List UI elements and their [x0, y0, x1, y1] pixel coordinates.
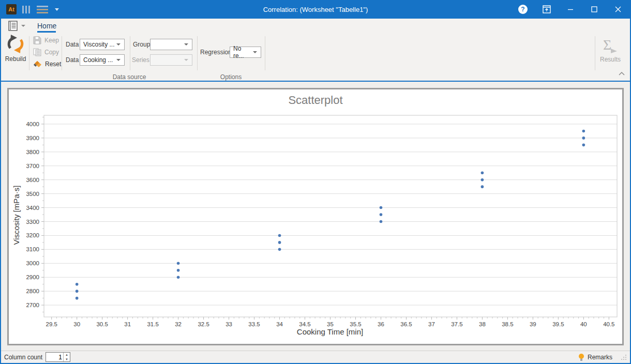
report-menu-icon	[8, 21, 20, 31]
svg-text:3000: 3000	[26, 260, 39, 266]
x-axis-title: Cooking Time [min]	[38, 327, 622, 336]
svg-text:40: 40	[580, 321, 587, 327]
scatter-svg: 2700280029003000310032003300340035003600…	[9, 111, 622, 344]
rebuild-button[interactable]: Rebuild	[2, 34, 29, 63]
svg-text:37: 37	[428, 321, 435, 327]
copy-icon	[33, 48, 41, 56]
ribbon-separator	[265, 36, 265, 70]
minimize-button[interactable]	[559, 0, 582, 19]
column-count-label: Column count	[4, 354, 42, 361]
svg-text:35.5: 35.5	[350, 321, 361, 327]
quick-access-caret-icon[interactable]	[55, 8, 59, 11]
svg-text:3600: 3600	[26, 177, 39, 183]
reset-button[interactable]: Reset	[33, 59, 61, 69]
report-menu-caret-icon	[21, 24, 25, 27]
svg-text:34: 34	[276, 321, 283, 327]
rebuild-label: Rebuild	[5, 55, 26, 63]
svg-text:33: 33	[226, 321, 232, 327]
ribbon-separator	[62, 36, 62, 70]
tab-home-underline	[37, 31, 56, 33]
svg-text:30: 30	[73, 321, 80, 327]
svg-text:30.5: 30.5	[96, 321, 108, 327]
close-button[interactable]	[606, 0, 630, 19]
group-dropdown[interactable]	[150, 39, 192, 50]
stepper-down-icon[interactable]: ▼	[64, 357, 70, 362]
svg-text:38.5: 38.5	[502, 321, 513, 327]
data-x-dropdown[interactable]: Cooking ...	[80, 54, 125, 66]
svg-text:31.5: 31.5	[147, 321, 158, 327]
svg-text:3800: 3800	[26, 149, 39, 155]
ribbon: Home Rebuild Keep	[1, 19, 630, 82]
quick-access-menu-icon[interactable]	[36, 6, 49, 13]
close-icon	[615, 6, 621, 12]
svg-text:3300: 3300	[26, 219, 39, 225]
report-menu-button[interactable]	[8, 21, 25, 31]
svg-text:35: 35	[327, 321, 334, 327]
svg-text:3100: 3100	[26, 246, 39, 252]
svg-text:32: 32	[175, 321, 182, 327]
maximize-button[interactable]	[582, 0, 606, 19]
chevron-down-icon	[184, 59, 188, 61]
svg-text:2800: 2800	[26, 288, 39, 294]
svg-text:32.5: 32.5	[198, 321, 209, 327]
reset-label: Reset	[45, 60, 61, 68]
remarks-label[interactable]: Remarks	[588, 354, 612, 361]
regression-value: No re...	[233, 45, 253, 59]
tab-home[interactable]: Home	[37, 22, 56, 30]
dock-window-button[interactable]	[535, 0, 559, 19]
svg-text:39: 39	[530, 321, 536, 327]
svg-text:2700: 2700	[26, 302, 39, 308]
svg-text:31: 31	[124, 321, 131, 327]
dock-window-icon	[543, 5, 551, 13]
data-y-value: Viscosity ...	[83, 41, 114, 48]
maximize-icon	[591, 6, 597, 12]
help-button[interactable]: ?	[511, 0, 535, 19]
quick-access-columns-icon[interactable]	[21, 6, 31, 13]
chevron-down-icon	[184, 43, 188, 46]
svg-text:37.5: 37.5	[451, 321, 462, 327]
ribbon-separator	[130, 36, 130, 70]
chevron-down-icon	[253, 51, 257, 53]
copy-label: Copy	[44, 49, 59, 56]
results-button[interactable]: Σ Results	[596, 36, 625, 63]
ribbon-separator	[595, 36, 595, 70]
collapse-ribbon-icon[interactable]	[619, 71, 625, 75]
svg-text:3900: 3900	[26, 135, 39, 141]
group-caption-data-source: Data source	[62, 73, 197, 81]
svg-text:3700: 3700	[26, 163, 39, 169]
column-count-stepper[interactable]: ▲ ▼	[46, 352, 70, 362]
data-y-dropdown[interactable]: Viscosity ...	[80, 39, 125, 50]
series-field-label: Series	[132, 54, 149, 66]
svg-text:33.5: 33.5	[248, 321, 260, 327]
svg-text:38: 38	[479, 321, 486, 327]
regression-label: Regression	[200, 47, 232, 58]
resize-grip[interactable]	[621, 354, 627, 360]
chart-title: Scatterplot	[9, 94, 622, 107]
app-logo-icon: At	[6, 4, 17, 14]
column-count-input[interactable]	[46, 353, 63, 361]
group-caption-options: Options	[197, 73, 265, 81]
lightbulb-icon[interactable]	[578, 353, 584, 361]
series-dropdown[interactable]	[150, 54, 192, 66]
svg-text:2900: 2900	[26, 274, 39, 280]
svg-text:3500: 3500	[26, 191, 39, 197]
copy-button[interactable]: Copy	[33, 47, 59, 57]
results-label: Results	[600, 56, 621, 63]
svg-text:29.5: 29.5	[46, 321, 57, 327]
keep-button[interactable]: Keep	[33, 35, 59, 46]
stepper-up-icon[interactable]: ▲	[64, 353, 70, 357]
y-axis-title: Viscosity [mPa·s]	[12, 186, 21, 245]
chart-panel: Scatterplot 2700280029003000310032003300…	[7, 88, 624, 345]
report-area: Scatterplot 2700280029003000310032003300…	[1, 82, 630, 351]
group-field-label: Group	[133, 39, 150, 50]
minimize-icon	[567, 6, 574, 12]
svg-text:36: 36	[378, 321, 384, 327]
save-icon	[33, 36, 41, 44]
titlebar: At Correlation: (Worksheet "Tabelle1") ?	[1, 0, 630, 19]
keep-label: Keep	[44, 37, 59, 44]
regression-dropdown[interactable]: No re...	[230, 47, 261, 58]
svg-text:3400: 3400	[26, 205, 39, 211]
svg-text:40.5: 40.5	[603, 321, 614, 327]
data-x-value: Cooking ...	[83, 56, 113, 64]
svg-text:36.5: 36.5	[400, 321, 412, 327]
